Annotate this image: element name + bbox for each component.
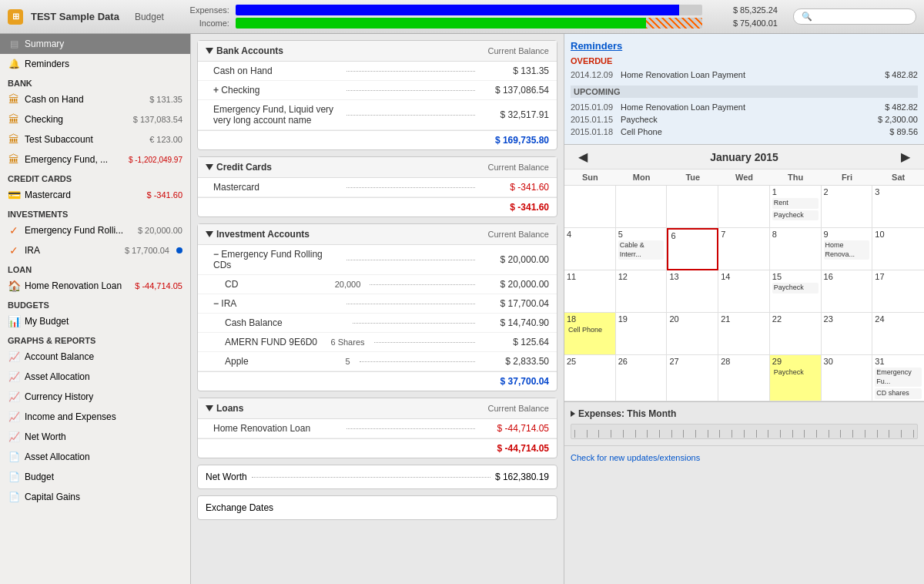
cal-day-num: 31 xyxy=(875,357,922,366)
cal-cell[interactable]: 24 xyxy=(872,313,924,355)
sidebar-item-capital-gains[interactable]: 📄 Capital Gains xyxy=(0,487,190,507)
main-panel: Bank Accounts Current Balance Cash on Ha… xyxy=(191,34,564,584)
cal-cell[interactable]: 4 xyxy=(564,228,616,270)
cal-cell[interactable]: 8 xyxy=(770,228,822,270)
sidebar-item-asset-alloc-report[interactable]: 📄 Asset Allocation xyxy=(0,447,190,467)
cal-cell[interactable]: 2 xyxy=(822,186,873,228)
cal-cell[interactable]: 15 Paycheck xyxy=(770,270,822,313)
apple-dots xyxy=(360,361,475,362)
upcoming-amount-1: $ 482.82 xyxy=(864,102,918,112)
sidebar-item-networth[interactable]: 📈 Net Worth xyxy=(0,427,190,447)
sidebar-item-summary[interactable]: ▤ Summary xyxy=(0,34,190,54)
tick-mark xyxy=(804,430,805,438)
collapse-cc-icon[interactable] xyxy=(206,164,213,170)
reminders-title[interactable]: Reminders xyxy=(571,40,918,52)
tick-mark xyxy=(889,430,889,438)
cal-cell[interactable] xyxy=(564,186,616,228)
sidebar-mybudget-label: My Budget xyxy=(25,316,182,327)
collapse-loans-icon[interactable] xyxy=(206,405,213,411)
cal-cell[interactable]: 14 xyxy=(718,270,770,313)
cal-day-num: 26 xyxy=(618,357,665,366)
cal-cell[interactable]: 3 xyxy=(872,186,924,228)
cal-cell-highlighted[interactable]: 18 Cell Phone xyxy=(564,313,616,355)
cal-cell[interactable]: 5 Cable & Interr... xyxy=(616,228,668,270)
cal-day-num: 17 xyxy=(875,272,922,281)
overdue-amount-1: $ 482.82 xyxy=(864,70,918,79)
updates-link[interactable]: Check for new updates/extensions xyxy=(571,453,700,462)
cal-event: Cable & Interr... xyxy=(618,240,665,260)
cal-cell[interactable]: 17 xyxy=(872,270,924,313)
cal-cell[interactable] xyxy=(667,186,718,228)
tick-mark xyxy=(598,430,599,438)
cal-cell[interactable]: 10 xyxy=(872,228,924,270)
cal-cell[interactable]: 27 xyxy=(667,355,718,401)
tick-mark xyxy=(659,430,660,438)
sidebar-item-mastercard[interactable]: 💳 Mastercard $ -341.60 xyxy=(0,185,190,205)
cal-cell[interactable]: 12 xyxy=(616,270,668,313)
cal-cell[interactable]: 22 xyxy=(770,313,822,355)
loans-balance-label: Current Balance xyxy=(488,404,550,413)
efrolling-name: − Emergency Fund Rolling CDs xyxy=(213,249,342,270)
bell-icon: 🔔 xyxy=(8,58,20,70)
cal-cell[interactable] xyxy=(616,186,668,228)
cal-cell-today[interactable]: 6 xyxy=(667,228,718,270)
cal-cell[interactable]: 23 xyxy=(822,313,873,355)
sidebar-item-ira[interactable]: ✓ IRA $ 17,700.04 xyxy=(0,240,190,260)
expand-expenses-icon[interactable] xyxy=(571,411,575,417)
cal-cell[interactable]: 21 xyxy=(718,313,770,355)
sidebar-item-reminders[interactable]: 🔔 Reminders xyxy=(0,54,190,74)
collapse-inv-icon[interactable] xyxy=(206,231,213,237)
inv-total-amount: $ 37,700.04 xyxy=(500,376,549,387)
upcoming-label: UPCOMING xyxy=(571,86,918,98)
cal-cell[interactable]: 20 xyxy=(667,313,718,355)
cal-cell[interactable]: 16 xyxy=(822,270,873,313)
loans-section: Loans Current Balance Home Renovation Lo… xyxy=(197,398,557,458)
prev-month-button[interactable]: ◀ xyxy=(572,149,594,164)
sidebar-loan-amount: $ -44,714.05 xyxy=(135,281,182,290)
cal-cell[interactable]: 13 xyxy=(667,270,718,313)
cal-cell[interactable]: 1 Rent Paycheck xyxy=(770,186,822,228)
sidebar-item-budget-report[interactable]: 📄 Budget xyxy=(0,467,190,487)
sidebar-item-efrolling[interactable]: ✓ Emergency Fund Rolli... $ 20,000.00 xyxy=(0,220,190,240)
cal-cell[interactable]: 31 Emergency Fu... CD shares xyxy=(872,355,924,401)
sidebar-item-checking[interactable]: 🏛 Checking $ 137,083.54 xyxy=(0,109,190,129)
efrolling-dots xyxy=(346,260,475,260)
expenses-bar xyxy=(236,5,702,15)
next-month-button[interactable]: ▶ xyxy=(895,149,916,164)
cal-cell[interactable]: 25 xyxy=(564,355,616,401)
sidebar-item-income-expenses[interactable]: 📈 Income and Expenses xyxy=(0,407,190,427)
search-icon: 🔍 xyxy=(802,12,812,22)
income-amount: $ 75,400.01 xyxy=(708,18,778,28)
loans-section-header: Loans Current Balance xyxy=(198,398,557,419)
cal-cell[interactable]: 29 Paycheck xyxy=(770,355,822,401)
cal-cell[interactable]: 26 xyxy=(616,355,668,401)
sidebar-item-loan[interactable]: 🏠 Home Renovation Loan $ -44,714.05 xyxy=(0,276,190,296)
table-row: Cash on Hand $ 131.35 xyxy=(198,62,557,81)
homeloan-dots xyxy=(346,428,475,429)
income-hatched-bar xyxy=(646,18,702,29)
sidebar-item-currency-history[interactable]: 📈 Currency History xyxy=(0,387,190,407)
sidebar-item-account-balance[interactable]: 📈 Account Balance xyxy=(0,347,190,367)
sidebar-item-emergency[interactable]: 🏛 Emergency Fund, ... $ -1,202,049.97 xyxy=(0,149,190,169)
budget-expenses-row: Expenses: $ 85,325.24 xyxy=(179,5,778,15)
sidebar-item-subaccount[interactable]: 🏛 Test Subaccount € 123.00 xyxy=(0,129,190,149)
cal-cell[interactable]: 19 xyxy=(616,313,668,355)
cal-cell[interactable]: 11 xyxy=(564,270,616,313)
cal-cell[interactable]: 30 xyxy=(822,355,873,401)
cal-day-num: 13 xyxy=(669,272,715,281)
search-box[interactable]: 🔍 xyxy=(793,8,916,25)
cc-icon: 💳 xyxy=(8,189,20,201)
cal-cell[interactable]: 28 xyxy=(718,355,770,401)
checking-dots xyxy=(346,90,475,91)
collapse-bank-icon[interactable] xyxy=(206,48,213,54)
sidebar-item-asset-alloc[interactable]: 📈 Asset Allocation xyxy=(0,367,190,387)
cal-day-num: 1 xyxy=(772,187,819,196)
cal-cell[interactable]: 9 Home Renova... xyxy=(822,228,873,270)
cal-cell[interactable]: 7 xyxy=(718,228,770,270)
sidebar-item-mybudget[interactable]: 📊 My Budget xyxy=(0,311,190,331)
cal-cell[interactable] xyxy=(718,186,770,228)
day-header-tue: Tue xyxy=(667,169,718,186)
sidebar-item-cash[interactable]: 🏛 Cash on Hand $ 131.35 xyxy=(0,89,190,109)
calendar-section: ◀ January 2015 ▶ Sun Mon Tue Wed Thu Fri… xyxy=(564,145,924,402)
table-row: Mastercard $ -341.60 xyxy=(198,178,557,197)
